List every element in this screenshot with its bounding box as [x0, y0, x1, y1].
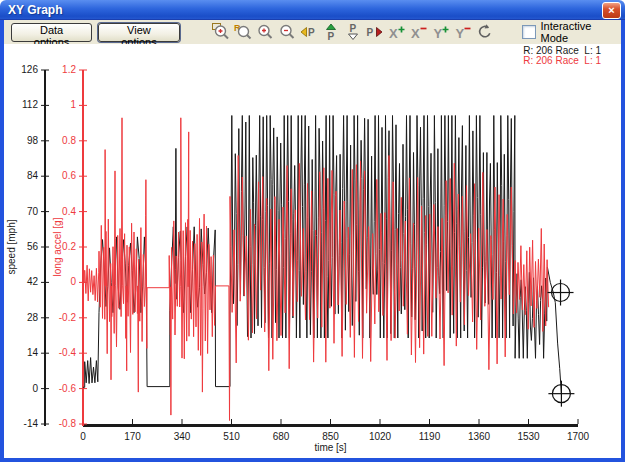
titlebar[interactable]: XY Graph × — [0, 0, 625, 20]
window-title: XY Graph — [8, 3, 62, 17]
left-tick-label: 56 — [27, 241, 39, 252]
right-tick-label: 0.6 — [62, 170, 76, 181]
svg-text:P: P — [366, 27, 373, 38]
zoom-window-icon[interactable] — [210, 22, 232, 42]
toolbar-icons: R P P P P — [210, 22, 496, 42]
right-tick-label: -0.6 — [59, 383, 77, 394]
interactive-mode-label: Interactive Mode — [541, 20, 621, 44]
left-tick-label: 84 — [27, 170, 39, 181]
svg-text:Y: Y — [455, 26, 464, 41]
plot-area: R: 206 Race L: 1 R: 206 Race L: 1 017034… — [4, 44, 621, 458]
y-scale-minus-icon[interactable]: Y — [452, 22, 474, 42]
page-up-icon[interactable]: P — [320, 22, 342, 42]
x-scale-plus-icon[interactable]: X — [386, 22, 408, 42]
left-tick-label: 14 — [27, 347, 39, 358]
data-options-button[interactable]: Data options — [11, 23, 92, 42]
left-tick-label: 98 — [27, 135, 39, 146]
y-scale-plus-icon[interactable]: Y — [430, 22, 452, 42]
refresh-icon[interactable] — [474, 22, 496, 42]
left-tick-label: 70 — [27, 206, 39, 217]
x-scale-minus-icon[interactable]: X — [408, 22, 430, 42]
cursor-marker[interactable] — [548, 381, 574, 407]
left-tick-label: 28 — [27, 312, 39, 323]
left-tick-label: 126 — [21, 64, 38, 75]
x-tick-label: 1360 — [468, 431, 491, 442]
interactive-mode-checkbox[interactable] — [522, 25, 536, 39]
left-tick-label: 112 — [22, 99, 38, 110]
legend-entry-accel: R: 206 Race L: 1 — [523, 56, 601, 66]
right-tick-label: 0.4 — [62, 206, 76, 217]
cursor-marker[interactable] — [548, 280, 574, 306]
zoom-in-icon[interactable] — [254, 22, 276, 42]
x-tick-label: 1530 — [517, 431, 540, 442]
x-tick-label: 0 — [80, 431, 86, 442]
page-right-icon[interactable]: P — [364, 22, 386, 42]
page-down-icon[interactable]: P — [342, 22, 364, 42]
x-axis-title: time [s] — [314, 442, 346, 453]
zoom-reset-icon[interactable]: R — [232, 22, 254, 42]
right-tick-label: -0.4 — [59, 347, 77, 358]
svg-text:P: P — [327, 31, 334, 42]
left-tick-label: -14 — [24, 418, 39, 429]
window-frame: Data options View options R P — [0, 20, 625, 462]
right-tick-label: 0.8 — [62, 135, 76, 146]
svg-text:P: P — [349, 23, 356, 34]
right-tick-label: 1 — [70, 99, 76, 110]
x-tick-label: 1190 — [419, 431, 441, 442]
right-tick-label: -0.2 — [59, 312, 77, 323]
view-options-button[interactable]: View options — [98, 23, 180, 42]
x-tick-label: 340 — [174, 431, 191, 442]
interactive-mode-control: Interactive Mode — [522, 20, 621, 44]
close-icon: × — [608, 5, 614, 16]
x-tick-label: 170 — [124, 431, 141, 442]
xy-graph-window: XY Graph × Data options View options R — [0, 0, 625, 462]
page-left-icon[interactable]: P — [298, 22, 320, 42]
close-button[interactable]: × — [602, 2, 621, 19]
left-axis-title: speed [mph] — [6, 219, 17, 274]
x-axis: 017034051068085010201190136015301700time… — [80, 419, 589, 453]
right-axis: 1.210.80.60.40.20-0.2-0.4-0.6-0.8long ac… — [52, 64, 87, 429]
right-tick-label: 1.2 — [62, 64, 76, 75]
x-tick-label: 510 — [223, 431, 240, 442]
right-tick-label: 0.2 — [62, 241, 76, 252]
right-tick-label: -0.8 — [59, 418, 77, 429]
svg-text:P: P — [308, 27, 315, 38]
right-tick-label: 0 — [70, 276, 76, 287]
zoom-out-icon[interactable] — [276, 22, 298, 42]
svg-text:Y: Y — [433, 26, 442, 41]
xy-plot-canvas[interactable]: 017034051068085010201190136015301700time… — [4, 44, 621, 454]
svg-text:X: X — [411, 26, 420, 41]
left-tick-label: 42 — [27, 276, 39, 287]
toolbar: Data options View options R P — [4, 20, 621, 44]
plot-legend: R: 206 Race L: 1 R: 206 Race L: 1 — [523, 46, 601, 66]
x-tick-label: 1020 — [369, 431, 392, 442]
right-axis-title: long accel [g] — [52, 217, 63, 276]
x-tick-label: 1700 — [567, 431, 590, 442]
svg-text:X: X — [389, 26, 398, 41]
left-axis: 126112988470564228140-14speed [mph] — [6, 64, 49, 429]
x-tick-label: 850 — [322, 431, 339, 442]
left-tick-label: 0 — [32, 383, 38, 394]
x-tick-label: 680 — [273, 431, 290, 442]
